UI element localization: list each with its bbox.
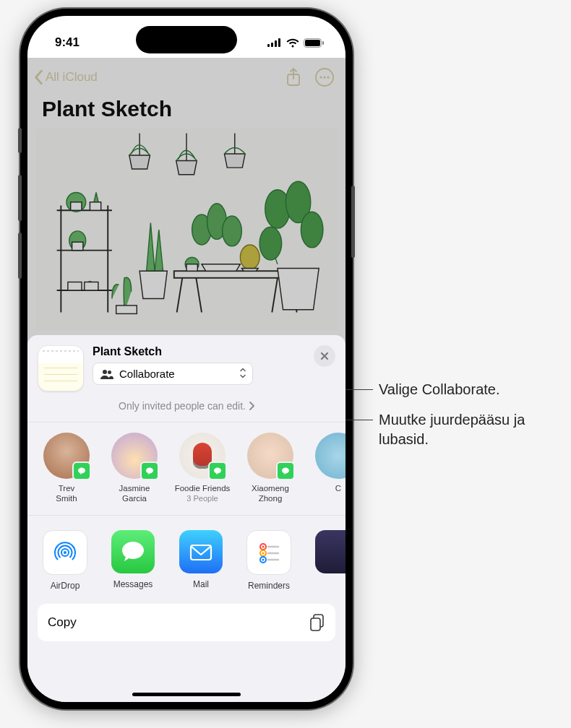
svg-rect-5 [305,40,320,46]
close-icon [320,352,329,360]
contact-trev-smith[interactable]: Trev Smith [38,433,95,505]
battery-icon [304,38,324,48]
app-label: Mail [193,579,209,589]
messages-icon [119,538,147,566]
avatar [179,433,226,479]
screen: 9:41 All iCloud Plant Sketch [27,16,345,702]
permissions-text: Only invited people can edit. [119,400,246,412]
status-time: 9:41 [55,35,80,50]
app-label: Reminders [248,581,290,591]
app-more[interactable] [311,530,345,591]
callout-text-2: Muutke juurdepääsu ja lubasid. [379,410,552,449]
chevron-right-icon [249,402,254,410]
close-button[interactable] [314,345,335,367]
airdrop-icon [51,538,80,567]
svg-point-53 [262,559,265,561]
wifi-icon [286,38,299,48]
contact-name: Trev Smith [56,483,77,505]
svg-rect-1 [271,43,273,47]
avatar [247,433,293,479]
svg-rect-6 [322,41,324,45]
contact-more[interactable]: C [309,433,345,505]
sheet-title: Plant Sketch [93,345,305,358]
messages-badge-icon [140,462,159,480]
phone-frame: 9:41 All iCloud Plant Sketch [20,9,353,709]
contact-name: Jasmine Garcia [119,483,150,505]
mail-icon [186,537,215,566]
contact-name: C [335,483,341,505]
power-button [351,186,355,258]
app-label: Messages [113,579,153,589]
svg-rect-3 [278,38,280,47]
cellular-icon [267,38,282,47]
callout-text-1: Valige Collaborate. [379,380,500,399]
volume-up-button [18,128,22,153]
svg-point-43 [103,370,107,374]
svg-rect-47 [191,545,211,560]
permissions-button[interactable]: Only invited people can edit. [27,391,345,422]
svg-point-44 [108,370,111,374]
contact-xiaomeng-zhong[interactable]: Xiaomeng Zhong [241,433,299,505]
avatar [111,433,158,479]
contact-foodie-friends[interactable]: Foodie Friends3 People [173,433,231,505]
svg-point-51 [262,552,265,555]
share-sheet: Plant Sketch Collaborate Only invited pe… [27,335,345,702]
dynamic-island [136,26,237,53]
status-right [267,38,324,48]
collaborate-label: Collaborate [119,368,175,380]
svg-point-46 [64,551,66,554]
app-label: AirDrop [51,581,80,591]
apps-row: AirDrop Messages Mail [27,516,345,604]
messages-badge-icon [72,462,91,480]
notes-app-icon [38,345,84,391]
app-reminders[interactable]: Reminders [243,530,295,591]
contacts-row: Trev Smith Jasmine Garcia Foodie Friends… [27,422,345,516]
chevron-up-down-icon [239,367,246,381]
svg-point-49 [262,546,265,548]
svg-rect-2 [275,40,277,47]
avatar [43,433,90,479]
copy-icon [309,614,325,631]
svg-rect-0 [267,44,270,47]
contact-jasmine-garcia[interactable]: Jasmine Garcia [106,433,163,505]
svg-rect-58 [311,618,320,630]
copy-label: Copy [48,615,77,630]
app-messages[interactable]: Messages [107,530,159,591]
messages-badge-icon [276,462,295,480]
people-icon [100,369,113,379]
contact-name: Xiaomeng Zhong [252,483,289,505]
copy-action[interactable]: Copy [38,604,335,641]
contact-name: Foodie Friends3 People [175,483,231,505]
volume-down-button [18,175,22,221]
reminders-icon [255,539,283,566]
silent-switch [18,233,22,279]
app-mail[interactable]: Mail [175,530,227,591]
avatar [315,433,345,479]
home-indicator [132,693,241,696]
app-airdrop[interactable]: AirDrop [39,530,91,591]
collaborate-dropdown[interactable]: Collaborate [93,363,253,385]
messages-badge-icon [208,462,227,480]
